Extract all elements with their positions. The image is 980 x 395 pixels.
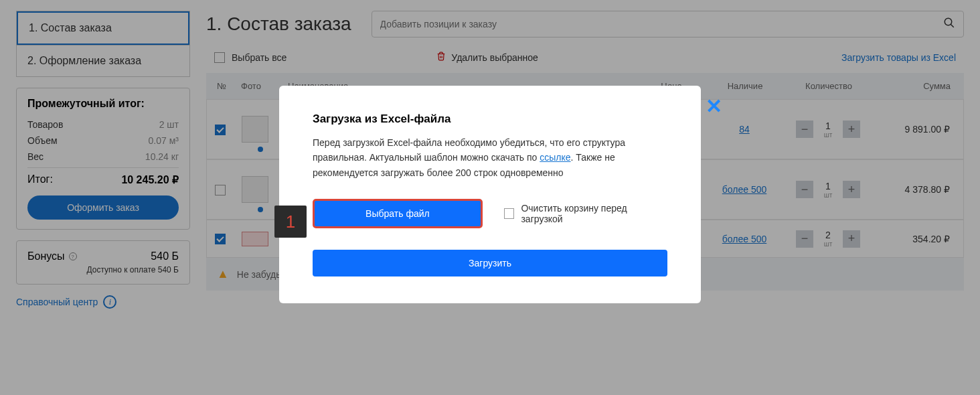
checkbox-icon[interactable]: [504, 208, 515, 219]
excel-upload-modal: ✕ Загрузка из Excel-файла Перед загрузко…: [279, 86, 701, 303]
close-icon[interactable]: ✕: [706, 96, 722, 116]
clear-cart-checkbox[interactable]: Очистить корзину перед загрузкой: [504, 203, 667, 224]
modal-overlay[interactable]: ✕ Загрузка из Excel-файла Перед загрузко…: [0, 0, 980, 395]
clear-cart-label: Очистить корзину перед загрузкой: [521, 203, 667, 224]
select-file-button[interactable]: Выбрать файл: [313, 199, 483, 228]
annotation-callout: 1: [274, 206, 307, 238]
modal-description: Перед загрузкой Excel-файла необходимо у…: [313, 135, 667, 180]
template-link[interactable]: ссылке: [540, 152, 570, 163]
upload-button[interactable]: Загрузить: [313, 250, 667, 276]
modal-title: Загрузка из Excel-файла: [313, 112, 667, 126]
